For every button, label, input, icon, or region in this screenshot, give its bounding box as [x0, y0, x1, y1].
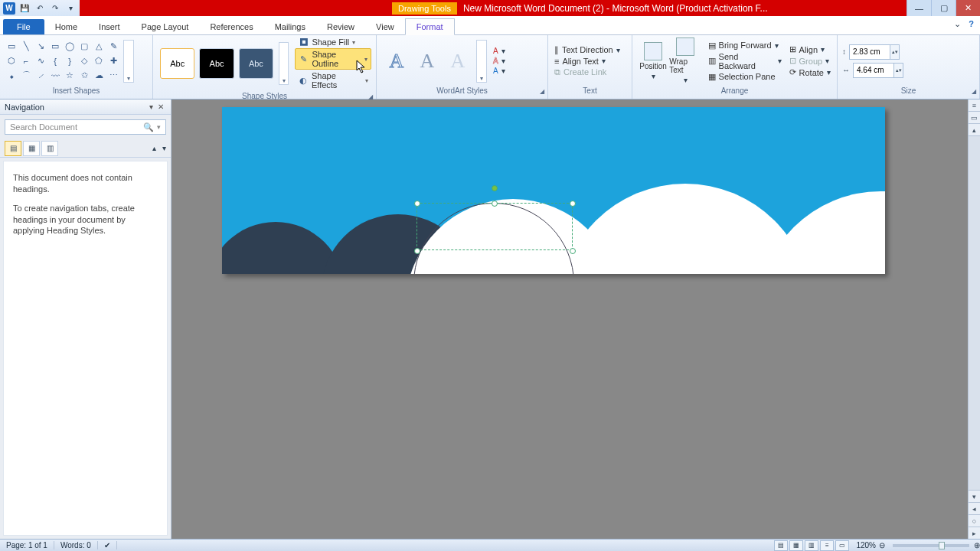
shape-height-input[interactable]: 2.83 cm [849, 44, 890, 60]
vertical-scrollbar[interactable]: ≡ ▭ ▴ ▾ ◂ ○ ▸ [968, 99, 980, 539]
minimize-button[interactable]: — [906, 0, 931, 16]
shape-star-icon[interactable]: ☆ [63, 69, 77, 83]
shape-arrow-icon[interactable]: ↘ [34, 40, 47, 54]
minimize-ribbon-icon[interactable]: ⌄ [954, 19, 961, 29]
scroll-up-icon[interactable]: ▴ [969, 124, 980, 136]
zoom-level[interactable]: 120% [856, 541, 876, 549]
nav-dropdown-icon[interactable]: ▾ [147, 103, 155, 111]
tab-format[interactable]: Format [405, 18, 455, 35]
browse-prev-icon[interactable]: ◂ [969, 502, 980, 514]
shape-outline-button[interactable]: ✎Shape Outline▾ [295, 48, 371, 70]
restore-button[interactable]: ▢ [931, 0, 956, 16]
nav-close-icon[interactable]: ✕ [155, 103, 166, 111]
wordart-more-button[interactable]: ▾ [476, 40, 487, 83]
text-effects-button[interactable]: A▾ [492, 67, 507, 75]
tab-view[interactable]: View [365, 19, 405, 34]
redo-icon[interactable]: ↷ [49, 2, 61, 15]
scroll-ruler-icon[interactable]: ▭ [969, 112, 980, 124]
nav-view-results[interactable]: ▥ [41, 141, 58, 156]
style-thumb-black[interactable]: Abc [199, 48, 234, 79]
shape-effects-button[interactable]: ◐Shape Effects▾ [295, 70, 371, 90]
save-icon[interactable]: 💾 [18, 2, 31, 15]
search-icon[interactable]: 🔍 [143, 122, 154, 132]
search-input[interactable]: Search Document 🔍 ▾ [5, 119, 166, 135]
tab-references[interactable]: References [199, 19, 263, 34]
shape-edit-icon[interactable]: ✎ [106, 40, 120, 54]
nav-view-pages[interactable]: ▦ [23, 141, 40, 156]
shape-rect-icon[interactable]: ▭ [48, 40, 62, 54]
style-thumb-outline[interactable]: Abc [160, 48, 194, 79]
text-fill-button[interactable]: A▾ [492, 47, 507, 55]
tab-file[interactable]: File [3, 19, 44, 34]
position-button[interactable]: Position▾ [637, 42, 669, 80]
search-dropdown-icon[interactable]: ▾ [157, 123, 161, 131]
shapes-more-button[interactable]: ▾ [123, 40, 134, 83]
status-words[interactable]: Words: 0 [54, 541, 98, 549]
shape-cloud-icon[interactable]: ☁ [92, 69, 106, 83]
wrap-text-button[interactable]: Wrap Text▾ [669, 37, 701, 84]
resize-handle-n[interactable] [492, 201, 498, 207]
shape-scribble-icon[interactable]: 〰 [48, 69, 62, 83]
status-page[interactable]: Page: 1 of 1 [0, 541, 54, 549]
view-outline[interactable]: ≡ [820, 540, 834, 551]
send-backward-button[interactable]: ▥Send Backward▾ [707, 52, 783, 70]
zoom-in-button[interactable]: ⊕ [974, 541, 980, 549]
bring-forward-button[interactable]: ▤Bring Forward▾ [707, 41, 783, 51]
shape-freeform-icon[interactable]: ⟋ [34, 69, 47, 83]
wordart-thumb-2[interactable]: A [413, 46, 441, 77]
rotate-button[interactable]: ⟳Rotate▾ [788, 67, 832, 77]
zoom-thumb[interactable] [939, 542, 945, 549]
align-text-button[interactable]: ≡Align Text▾ [553, 57, 622, 66]
resize-handle-nw[interactable] [414, 201, 420, 207]
shape-diamond-icon[interactable]: ◇ [77, 54, 91, 68]
dialog-launcher-icon[interactable]: ◢ [972, 88, 976, 95]
shape-callout-icon[interactable]: ⬥ [5, 69, 18, 83]
shape-curve-icon[interactable]: ∿ [34, 54, 47, 68]
dialog-launcher-icon[interactable]: ◢ [540, 88, 544, 95]
zoom-slider[interactable] [893, 544, 969, 547]
nav-expand-icon[interactable]: ▾ [162, 144, 166, 152]
styles-more-button[interactable]: ▾ [279, 42, 289, 85]
shape-star5-icon[interactable]: ✩ [77, 69, 91, 83]
shape-textbox-icon[interactable]: ▭ [5, 40, 18, 54]
shape-pentagon-icon[interactable]: ⬠ [92, 54, 106, 68]
shape-roundrect-icon[interactable]: ▢ [77, 40, 91, 54]
help-icon[interactable]: ? [969, 19, 974, 29]
shape-more-icon[interactable]: ⋯ [106, 69, 120, 83]
zoom-out-button[interactable]: ⊖ [879, 541, 885, 549]
tab-review[interactable]: Review [316, 19, 365, 34]
browse-object-icon[interactable]: ○ [969, 514, 980, 527]
width-spinner[interactable]: ▴▾ [894, 63, 903, 78]
shape-hex-icon[interactable]: ⬡ [5, 54, 18, 68]
tab-page-layout[interactable]: Page Layout [131, 19, 200, 34]
close-button[interactable]: ✕ [956, 0, 980, 16]
text-outline-button[interactable]: A▾ [492, 57, 507, 65]
browse-next-icon[interactable]: ▸ [969, 527, 980, 539]
tab-home[interactable]: Home [44, 19, 88, 34]
align-button[interactable]: ⊞Align▾ [788, 44, 832, 54]
view-full-screen[interactable]: ▦ [789, 540, 803, 551]
scroll-down-icon[interactable]: ▾ [969, 490, 980, 502]
shape-fill-button[interactable]: 🞑Shape Fill▾ [295, 37, 371, 47]
resize-handle-w[interactable] [414, 248, 420, 254]
nav-view-headings[interactable]: ▤ [5, 141, 21, 156]
shape-cross-icon[interactable]: ✚ [106, 54, 120, 68]
status-proofing-icon[interactable]: ✔ [98, 541, 117, 549]
qat-more-icon[interactable]: ▾ [64, 2, 77, 15]
nav-collapse-icon[interactable]: ▴ [152, 144, 156, 152]
style-thumb-navy[interactable]: Abc [239, 48, 273, 79]
tab-mailings[interactable]: Mailings [264, 19, 316, 34]
view-web-layout[interactable]: ▥ [805, 540, 818, 551]
rotate-handle[interactable] [492, 185, 498, 191]
height-spinner[interactable]: ▴▾ [890, 44, 900, 60]
selection-pane-button[interactable]: ▦Selection Pane [707, 72, 783, 82]
shape-connector-icon[interactable]: ⌐ [19, 54, 33, 68]
shape-arc-icon[interactable]: ⌒ [19, 69, 33, 83]
resize-handle-e[interactable] [570, 248, 576, 254]
view-print-layout[interactable]: ▤ [774, 540, 788, 551]
text-direction-button[interactable]: ∥Text Direction▾ [553, 45, 622, 55]
shape-line-icon[interactable]: ╲ [19, 40, 33, 54]
shape-triangle-icon[interactable]: △ [92, 40, 106, 54]
scroll-split-icon[interactable]: ≡ [969, 99, 980, 112]
tab-insert[interactable]: Insert [88, 19, 131, 34]
